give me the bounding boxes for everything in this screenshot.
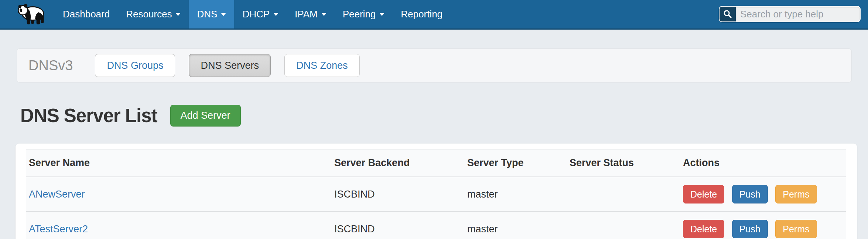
- nav-label: Reporting: [401, 9, 442, 20]
- server-backend-cell: ISCBIND: [331, 212, 464, 239]
- server-status-cell: [567, 177, 680, 212]
- search-box: [719, 6, 861, 22]
- nav-label: DNS: [197, 9, 217, 20]
- page-header: DNS Server List Add Server: [20, 105, 241, 127]
- col-server-status: Server Status: [567, 149, 680, 177]
- server-type-cell: master: [464, 177, 567, 212]
- push-button[interactable]: Push: [732, 220, 768, 238]
- nav-label: Resources: [126, 9, 172, 20]
- server-status-cell: [567, 212, 680, 239]
- col-server-name: Server Name: [26, 149, 331, 177]
- app-window: Dashboard Resources DNS DHCP IPAM Peerin…: [0, 0, 868, 239]
- server-table: Server Name Server Backend Server Type S…: [26, 149, 846, 239]
- nav-item-dns[interactable]: DNS: [189, 0, 234, 28]
- nav-label: IPAM: [295, 9, 318, 20]
- col-server-backend: Server Backend: [331, 149, 464, 177]
- perms-button[interactable]: Perms: [775, 185, 817, 203]
- server-type-cell: master: [464, 212, 567, 239]
- perms-button[interactable]: Perms: [775, 220, 817, 238]
- panda-icon: [17, 3, 47, 26]
- server-list-card: Server Name Server Backend Server Type S…: [16, 144, 857, 239]
- search-button[interactable]: [720, 7, 736, 21]
- table-row: ANewServer ISCBIND master Delete Push Pe…: [26, 177, 846, 212]
- chevron-down-icon: [175, 13, 181, 16]
- push-button[interactable]: Push: [732, 185, 768, 203]
- server-name-link[interactable]: ATestServer2: [29, 223, 88, 235]
- panda-logo[interactable]: [17, 3, 47, 26]
- chevron-down-icon: [379, 13, 385, 16]
- actions-cell: Delete Push Perms: [680, 212, 846, 239]
- toolbar-title: DNSv3: [28, 58, 73, 74]
- nav-item-dashboard[interactable]: Dashboard: [55, 0, 118, 28]
- add-server-button[interactable]: Add Server: [170, 105, 241, 127]
- dnsv3-toolbar: DNSv3 DNS Groups DNS Servers DNS Zones: [17, 48, 852, 83]
- server-name-link[interactable]: ANewServer: [29, 189, 85, 200]
- col-server-type: Server Type: [464, 149, 567, 177]
- table-row: ATestServer2 ISCBIND master Delete Push …: [26, 212, 846, 239]
- chevron-down-icon: [221, 13, 226, 16]
- search-input[interactable]: [736, 7, 860, 21]
- chevron-down-icon: [273, 13, 278, 16]
- server-backend-cell: ISCBIND: [331, 177, 464, 212]
- search-icon: [723, 10, 732, 18]
- navbar: Dashboard Resources DNS DHCP IPAM Peerin…: [0, 0, 868, 30]
- page-title: DNS Server List: [20, 105, 157, 127]
- main-menu: Dashboard Resources DNS DHCP IPAM Peerin…: [55, 0, 451, 28]
- nav-item-dhcp[interactable]: DHCP: [234, 0, 287, 28]
- dns-zones-button[interactable]: DNS Zones: [284, 54, 360, 77]
- nav-item-resources[interactable]: Resources: [118, 0, 189, 28]
- dns-servers-button[interactable]: DNS Servers: [189, 54, 271, 77]
- chevron-down-icon: [321, 13, 327, 16]
- nav-label: Peering: [343, 9, 376, 20]
- nav-item-peering[interactable]: Peering: [335, 0, 393, 28]
- table-header-row: Server Name Server Backend Server Type S…: [26, 149, 846, 177]
- nav-item-ipam[interactable]: IPAM: [287, 0, 335, 28]
- nav-label: Dashboard: [63, 9, 110, 20]
- actions-cell: Delete Push Perms: [680, 177, 846, 212]
- nav-item-reporting[interactable]: Reporting: [393, 0, 451, 28]
- delete-button[interactable]: Delete: [683, 185, 724, 203]
- col-actions: Actions: [680, 149, 846, 177]
- dns-groups-button[interactable]: DNS Groups: [95, 54, 175, 77]
- delete-button[interactable]: Delete: [683, 220, 724, 238]
- nav-label: DHCP: [242, 9, 270, 20]
